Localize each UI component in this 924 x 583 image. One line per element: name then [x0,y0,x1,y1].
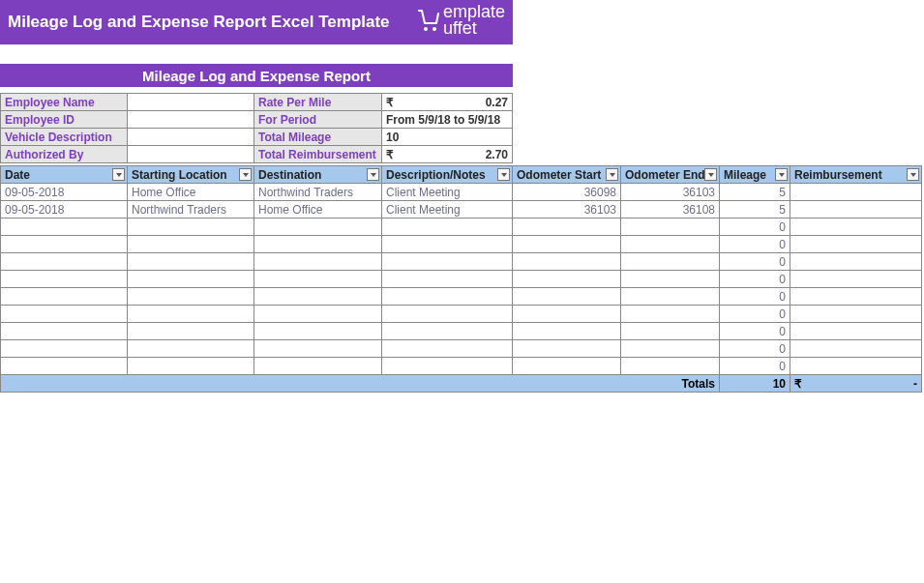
cell-destination[interactable] [254,306,382,323]
cell-reimbursement[interactable] [790,340,922,358]
cell-reimbursement[interactable] [790,253,922,271]
filter-dropdown-icon[interactable] [497,168,510,181]
cell-start-location[interactable] [128,358,254,375]
cell-odometer-end[interactable]: 36108 [621,201,720,219]
cell-mileage[interactable]: 0 [720,288,790,306]
filter-dropdown-icon[interactable] [239,168,252,181]
cell-description[interactable] [382,288,513,306]
cell-mileage[interactable]: 5 [720,201,790,219]
cell-mileage[interactable]: 0 [720,219,790,236]
cell-reimbursement[interactable] [790,271,922,288]
cell-start-location[interactable] [128,253,254,271]
cell-destination[interactable] [254,271,382,288]
cell-description[interactable] [382,219,513,236]
cell-destination[interactable] [254,219,382,236]
cell-odometer-start[interactable] [513,323,621,340]
column-header-date[interactable]: Date [1,166,128,184]
cell-date[interactable] [1,306,128,323]
cell-odometer-start[interactable] [513,358,621,375]
column-header-reimb[interactable]: Reimbursement [790,166,922,184]
total-reimb-value[interactable]: ₹2.70 [382,146,513,163]
cell-date[interactable]: 09-05-2018 [1,201,128,219]
cell-odometer-end[interactable] [621,271,720,288]
cell-reimbursement[interactable] [790,306,922,323]
cell-odometer-start[interactable]: 36098 [513,184,621,201]
cell-start-location[interactable] [128,288,254,306]
cell-start-location[interactable] [128,340,254,358]
cell-reimbursement[interactable] [790,184,922,201]
cell-odometer-start[interactable] [513,253,621,271]
cell-reimbursement[interactable] [790,219,922,236]
cell-start-location[interactable] [128,219,254,236]
cell-date[interactable] [1,253,128,271]
total-mileage-value[interactable]: 10 [382,129,513,146]
cell-start-location[interactable] [128,323,254,340]
cell-odometer-start[interactable] [513,236,621,253]
cell-odometer-start[interactable] [513,288,621,306]
cell-mileage[interactable]: 0 [720,358,790,375]
cell-reimbursement[interactable] [790,236,922,253]
column-header-destination[interactable]: Destination [254,166,382,184]
cell-odometer-end[interactable] [621,236,720,253]
cell-odometer-end[interactable] [621,219,720,236]
cell-odometer-end[interactable]: 36103 [621,184,720,201]
cell-destination[interactable]: Northwind Traders [254,184,382,201]
cell-start-location[interactable] [128,271,254,288]
cell-description[interactable]: Client Meeting [382,184,513,201]
cell-date[interactable] [1,271,128,288]
column-header-odo_end[interactable]: Odometer End [621,166,720,184]
filter-dropdown-icon[interactable] [704,168,717,181]
cell-date[interactable] [1,219,128,236]
cell-description[interactable] [382,271,513,288]
cell-destination[interactable] [254,253,382,271]
rate-per-mile-value[interactable]: ₹0.27 [382,94,513,111]
cell-start-location[interactable] [128,306,254,323]
for-period-value[interactable]: From 5/9/18 to 5/9/18 [382,111,513,129]
cell-date[interactable]: 09-05-2018 [1,184,128,201]
cell-reimbursement[interactable] [790,358,922,375]
cell-start-location[interactable]: Home Office [128,184,254,201]
cell-odometer-end[interactable] [621,340,720,358]
cell-reimbursement[interactable] [790,323,922,340]
cell-odometer-end[interactable] [621,306,720,323]
cell-mileage[interactable]: 0 [720,340,790,358]
cell-destination[interactable] [254,358,382,375]
cell-description[interactable] [382,306,513,323]
filter-dropdown-icon[interactable] [367,168,379,181]
cell-description[interactable]: Client Meeting [382,201,513,219]
cell-description[interactable] [382,323,513,340]
cell-start-location[interactable]: Northwind Traders [128,201,254,219]
cell-mileage[interactable]: 0 [720,306,790,323]
filter-dropdown-icon[interactable] [112,168,125,181]
cell-odometer-end[interactable] [621,288,720,306]
cell-odometer-start[interactable] [513,306,621,323]
cell-description[interactable] [382,253,513,271]
cell-reimbursement[interactable] [790,201,922,219]
cell-destination[interactable] [254,236,382,253]
cell-description[interactable] [382,358,513,375]
column-header-start_loc[interactable]: Starting Location [128,166,254,184]
column-header-odo_start[interactable]: Odometer Start [513,166,621,184]
cell-start-location[interactable] [128,236,254,253]
cell-mileage[interactable]: 0 [720,271,790,288]
cell-destination[interactable] [254,288,382,306]
cell-mileage[interactable]: 5 [720,184,790,201]
cell-odometer-start[interactable] [513,340,621,358]
cell-mileage[interactable]: 0 [720,323,790,340]
cell-destination[interactable] [254,323,382,340]
cell-odometer-start[interactable]: 36103 [513,201,621,219]
employee-id-value[interactable] [128,111,254,129]
cell-description[interactable] [382,340,513,358]
cell-date[interactable] [1,288,128,306]
cell-date[interactable] [1,323,128,340]
cell-date[interactable] [1,340,128,358]
cell-destination[interactable]: Home Office [254,201,382,219]
filter-dropdown-icon[interactable] [606,168,618,181]
cell-reimbursement[interactable] [790,288,922,306]
vehicle-desc-value[interactable] [128,129,254,146]
cell-odometer-start[interactable] [513,219,621,236]
filter-dropdown-icon[interactable] [775,168,788,181]
authorized-by-value[interactable] [128,146,254,163]
column-header-mileage[interactable]: Mileage [720,166,790,184]
cell-odometer-end[interactable] [621,358,720,375]
